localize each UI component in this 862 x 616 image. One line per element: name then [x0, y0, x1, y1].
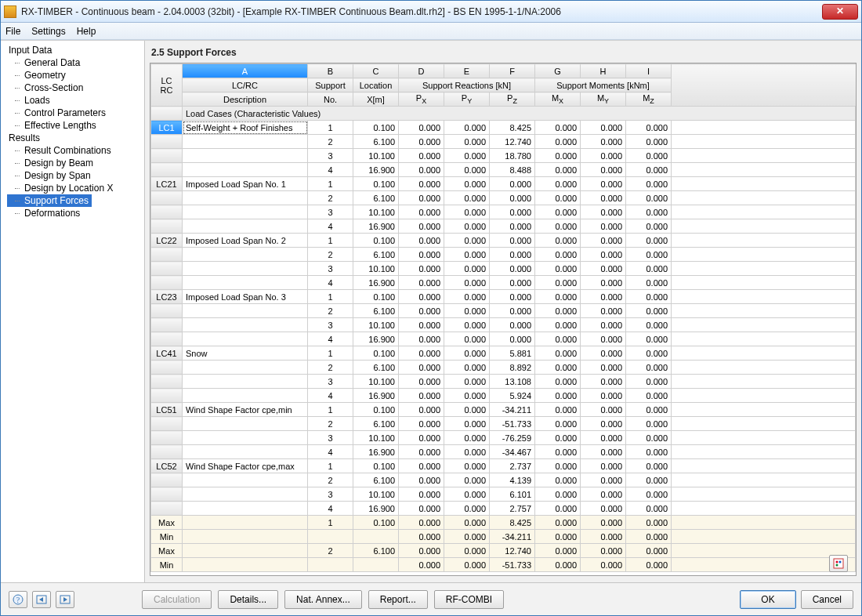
tree-leaf[interactable]: Design by Beam: [7, 157, 144, 169]
menubar: File Settings Help: [1, 23, 861, 40]
close-button[interactable]: ✕: [822, 4, 858, 20]
tree-results[interactable]: Results: [7, 132, 144, 144]
menu-settings[interactable]: Settings: [31, 26, 65, 37]
help-button[interactable]: ?: [9, 591, 27, 608]
table-row[interactable]: 26.1000.0000.0008.8920.0000.0000.000: [151, 361, 856, 375]
svg-rect-0: [834, 559, 843, 568]
calculation-button[interactable]: Calculation: [142, 590, 212, 609]
summary-row[interactable]: Min0.0000.000-34.2110.0000.0000.000: [151, 530, 856, 544]
ok-button[interactable]: OK: [740, 590, 795, 609]
summary-row[interactable]: Max10.1000.0000.0008.4250.0000.0000.000: [151, 516, 856, 530]
menu-help[interactable]: Help: [77, 26, 96, 37]
app-icon: [4, 5, 16, 18]
results-grid[interactable]: LCRCABCDEFGHILC/RCSupportLocationSupport…: [150, 63, 857, 576]
svg-point-2: [839, 561, 842, 563]
table-row[interactable]: LC21Imposed Load Span No. 110.1000.0000.…: [151, 177, 856, 191]
table-row[interactable]: 26.1000.0000.0000.0000.0000.0000.000: [151, 248, 856, 262]
table-row[interactable]: LC41Snow10.1000.0000.0005.8810.0000.0000…: [151, 346, 856, 361]
tree-leaf[interactable]: Result Combinations: [7, 144, 144, 157]
nat-annex-button[interactable]: Nat. Annex...: [284, 590, 362, 609]
tree-leaf[interactable]: Effective Lengths: [7, 119, 144, 132]
table-row[interactable]: 416.9000.0000.0000.0000.0000.0000.000: [151, 276, 856, 290]
table-row[interactable]: 26.1000.0000.0000.0000.0000.0000.000: [151, 304, 856, 318]
svg-text:?: ?: [16, 596, 20, 604]
tree-leaf[interactable]: Control Parameters: [7, 107, 144, 119]
tree-leaf[interactable]: Deformations: [7, 207, 144, 219]
table-row[interactable]: 416.9000.0000.0000.0000.0000.0000.000: [151, 332, 856, 346]
tree-leaf[interactable]: Cross-Section: [7, 82, 144, 94]
table-row[interactable]: 26.1000.0000.00012.7400.0000.0000.000: [151, 135, 856, 149]
footer: ? Calculation Details... Nat. Annex... R…: [1, 582, 861, 615]
table-row[interactable]: 26.1000.0000.0000.0000.0000.0000.000: [151, 191, 856, 205]
tree-leaf[interactable]: Design by Span: [7, 169, 144, 182]
window-title: RX-TIMBER - Continuous beam - 2.04.0003 …: [21, 6, 822, 17]
table-row[interactable]: 310.1000.0000.0006.1010.0000.0000.000: [151, 487, 856, 502]
table-row[interactable]: 416.9000.0000.0002.7570.0000.0000.000: [151, 502, 856, 516]
table-row[interactable]: 310.1000.0000.00018.7800.0000.0000.000: [151, 149, 856, 163]
tree-leaf[interactable]: Geometry: [7, 69, 144, 82]
tree-leaf[interactable]: Support Forces: [7, 194, 92, 207]
table-row[interactable]: 310.1000.0000.0000.0000.0000.0000.000: [151, 318, 856, 332]
table-row[interactable]: 310.1000.0000.0000.0000.0000.0000.000: [151, 205, 856, 219]
rf-combi-button[interactable]: RF-COMBI: [434, 590, 504, 609]
grid-options-icon[interactable]: [829, 555, 848, 572]
svg-point-3: [836, 564, 838, 567]
table-row[interactable]: 310.1000.0000.00013.1080.0000.0000.000: [151, 375, 856, 389]
cancel-button[interactable]: Cancel: [801, 590, 853, 609]
summary-row[interactable]: Min0.0000.000-51.7330.0000.0000.000: [151, 558, 856, 572]
svg-point-1: [836, 561, 838, 563]
table-row[interactable]: 416.9000.0000.0005.9240.0000.0000.000: [151, 389, 856, 403]
table-row[interactable]: LC52Wind Shape Factor cpe,max10.1000.000…: [151, 459, 856, 473]
prev-button[interactable]: [32, 591, 51, 608]
table-row[interactable]: 416.9000.0000.0000.0000.0000.0000.000: [151, 219, 856, 234]
table-row[interactable]: 310.1000.0000.000-76.2590.0000.0000.000: [151, 431, 856, 445]
table-row[interactable]: LC23Imposed Load Span No. 310.1000.0000.…: [151, 290, 856, 304]
table-row[interactable]: 26.1000.0000.000-51.7330.0000.0000.000: [151, 417, 856, 431]
table-row[interactable]: 416.9000.0000.000-34.4670.0000.0000.000: [151, 445, 856, 459]
table-row[interactable]: LC51Wind Shape Factor cpe,min10.1000.000…: [151, 403, 856, 417]
summary-row[interactable]: Max26.1000.0000.00012.7400.0000.0000.000: [151, 544, 856, 558]
tree-leaf[interactable]: General Data: [7, 56, 144, 69]
tree-leaf[interactable]: Design by Location X: [7, 182, 144, 194]
table-row[interactable]: 26.1000.0000.0004.1390.0000.0000.000: [151, 473, 856, 487]
nav-tree[interactable]: Input Data General DataGeometryCross-Sec…: [1, 41, 145, 582]
report-button[interactable]: Report...: [368, 590, 428, 609]
panel-title: 2.5 Support Forces: [150, 44, 857, 63]
table-row[interactable]: 310.1000.0000.0000.0000.0000.0000.000: [151, 262, 856, 276]
details-button[interactable]: Details...: [218, 590, 278, 609]
table-row[interactable]: LC22Imposed Load Span No. 210.1000.0000.…: [151, 234, 856, 248]
table-row[interactable]: LC1Self-Weight + Roof Finishes10.1000.00…: [151, 121, 856, 135]
tree-input-data[interactable]: Input Data: [7, 44, 144, 56]
menu-file[interactable]: File: [5, 26, 20, 37]
table-row[interactable]: 416.9000.0000.0008.4880.0000.0000.000: [151, 163, 856, 177]
next-button[interactable]: [56, 591, 74, 608]
tree-leaf[interactable]: Loads: [7, 94, 144, 107]
titlebar: RX-TIMBER - Continuous beam - 2.04.0003 …: [1, 1, 861, 23]
